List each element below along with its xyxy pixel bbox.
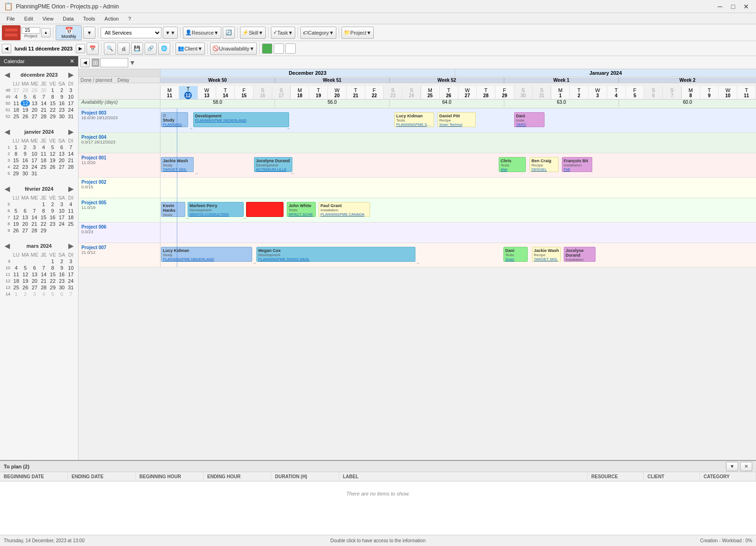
menu-view[interactable]: View [38,15,58,22]
cal-day[interactable]: 11 [12,100,21,107]
next-month-btn-jan[interactable]: ▶ [68,128,73,136]
cal-day[interactable]: 1 [48,87,57,93]
cal-day[interactable]: 4 [12,93,21,100]
monthly-view-button[interactable]: 📅 Monthly [56,25,82,40]
cal-day[interactable]: 28 [39,284,48,291]
cal-day[interactable]: 29 [30,87,39,93]
cal-day[interactable]: 22 [48,107,57,113]
date-picker-button[interactable]: 📅 [87,43,99,55]
prev-month-btn-jan[interactable]: ◀ [5,128,10,136]
cal-day[interactable]: 3 [30,144,39,151]
cal-day[interactable]: 28 [39,113,48,120]
cal-day[interactable]: 22 [39,221,48,227]
menu-file[interactable]: File [2,15,20,22]
cal-day[interactable]: 12 [48,151,57,157]
task-bar-jocelyne-001[interactable]: Jocelyne Durand Development ACTEMIUM LIL… [254,157,292,172]
search-button[interactable]: 🔍 [104,43,116,55]
cal-day[interactable]: 11 [12,271,21,278]
cal-day[interactable]: 13 [57,151,66,157]
cal-day[interactable]: 17 [66,100,75,107]
cal-day[interactable]: 21 [30,221,39,227]
cal-day[interactable]: 10 [30,151,39,157]
cal-day[interactable]: 14 [39,271,48,278]
cal-day[interactable]: 10 [57,208,66,214]
task-bar-dani-003[interactable]: Dani Insta TARG [514,112,545,127]
cal-day[interactable]: 6 [21,208,30,214]
cal-day[interactable]: 17 [30,157,39,164]
cal-day[interactable]: 10 [66,93,75,100]
cal-day[interactable]: 16 [57,100,66,107]
cal-day[interactable]: 8 [48,265,57,271]
cal-day[interactable]: 3 [66,258,75,265]
cal-day[interactable]: 7 [30,208,39,214]
cal-day[interactable]: 27 [30,113,39,120]
client-button[interactable]: 👥 Client ▼ [175,43,205,55]
toggle2[interactable] [274,43,284,54]
cal-day[interactable]: 31 [66,113,75,120]
cal-day[interactable]: 11 [39,151,48,157]
cal-day[interactable]: 2 [57,258,66,265]
nav-left-button[interactable]: ◀ [2,44,11,53]
task-bar-ben-001[interactable]: Ben Craig Recipe DENGEL [530,157,559,172]
cal-day[interactable]: 28 [66,164,75,170]
cal-day[interactable]: 29 [48,284,57,291]
proj003-name[interactable]: Project 003 [81,110,157,115]
services-dropdown[interactable]: All Services [101,27,161,38]
cal-day[interactable]: 14 [30,214,39,221]
cal-day[interactable]: 9 [48,208,57,214]
cal-day[interactable]: 1 [12,291,21,297]
cal-day[interactable]: 18 [39,157,48,164]
cal-day[interactable]: 23 [48,221,57,227]
cal-day[interactable]: 23 [57,278,66,284]
task-bar-jackie-007[interactable]: Jackie Wash Recipe TARGET SKIL [532,247,561,262]
unavailability-button[interactable]: 🚫 Unavailability ▼ [210,43,257,55]
proj006-name[interactable]: Project 006 [81,224,157,230]
cal-day[interactable]: 14 [39,100,48,107]
cal-day[interactable]: 17 [57,214,66,221]
menu-data[interactable]: Data [58,15,78,22]
bottom-close-button[interactable]: ✕ [740,462,752,471]
cal-day[interactable]: 19 [11,221,20,227]
cal-day[interactable]: 16 [21,157,30,164]
cal-day[interactable]: 24 [57,221,66,227]
cal-day[interactable]: 10 [66,265,75,271]
cal-day[interactable]: 6 [30,93,39,100]
cal-day[interactable]: 27 [30,284,39,291]
cal-day[interactable]: 21 [39,278,48,284]
quantity-spinner[interactable] [22,27,40,34]
cal-day[interactable]: 30 [57,113,66,120]
cal-day[interactable]: 25 [39,164,48,170]
cal-day[interactable]: 14 [66,151,75,157]
menu-edit[interactable]: Edit [20,15,38,22]
proj002-name[interactable]: Project 002 [81,180,157,185]
cal-day[interactable]: 18 [12,278,21,284]
task-bar-paul-005[interactable]: Paul Grant Installation PLANNINGPME CANA… [319,202,370,217]
cal-day[interactable]: 7 [39,93,48,100]
cal-day[interactable]: 15 [39,214,48,221]
cal-day[interactable]: 3 [66,87,75,93]
cal-day[interactable]: 5 [21,93,30,100]
cal-day[interactable]: 2 [57,87,66,93]
next-month-button[interactable]: ▶ [68,71,73,79]
task-bar-study-003[interactable]: ∅ Study PLANNINGPME CANA [161,112,188,127]
cal-day[interactable]: 19 [21,107,30,113]
task-bar-daniel-003[interactable]: Daniel Pitt Recipe Snarr Technol [437,112,476,127]
cal-day[interactable]: 1 [11,144,20,151]
task-bar-francois-001[interactable]: François Bit Installation FMI [562,157,592,172]
link-button[interactable]: 🔗 [145,43,157,55]
cal-day[interactable]: 13 [30,271,39,278]
cal-day[interactable]: 8 [39,208,48,214]
cal-day[interactable]: 7 [66,291,75,297]
cal-day[interactable]: 8 [11,151,20,157]
cal-day[interactable]: 6 [30,265,39,271]
cal-day[interactable]: 5 [11,208,20,214]
nav-right-button[interactable]: ▶ [76,44,85,53]
task-button[interactable]: ✓ Task ▼ [271,27,296,39]
prev-month-btn-mar[interactable]: ◀ [5,242,10,250]
cal-day[interactable]: 25 [12,113,21,120]
proj001-name[interactable]: Project 001 [81,155,157,160]
cal-day[interactable]: 9 [21,151,30,157]
cal-day[interactable]: 5 [21,265,30,271]
cal-day[interactable]: 26 [48,164,57,170]
cal-day[interactable]: 3 [57,201,66,208]
